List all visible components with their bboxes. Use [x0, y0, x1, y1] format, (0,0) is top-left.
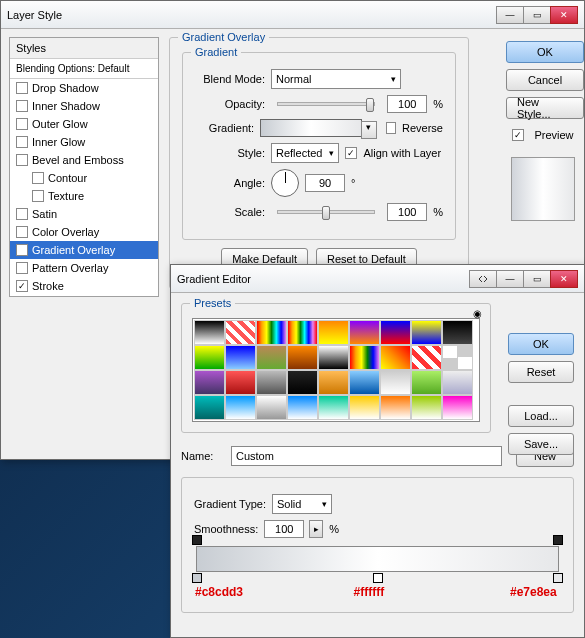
maximize-icon[interactable]: ▭ — [523, 270, 551, 288]
scale-slider[interactable] — [277, 210, 375, 214]
color-stop[interactable] — [192, 573, 202, 583]
gradtype-select[interactable]: Solid — [272, 494, 332, 514]
checkbox[interactable] — [16, 262, 28, 274]
opacity-stop-left[interactable] — [192, 535, 202, 545]
preset-swatch[interactable] — [411, 395, 442, 420]
ge-reset-button[interactable]: Reset — [508, 361, 574, 383]
preset-swatch[interactable] — [287, 320, 318, 345]
style-select[interactable]: Reflected — [271, 143, 339, 163]
checkbox[interactable]: ✓ — [16, 244, 28, 256]
checkbox[interactable] — [16, 208, 28, 220]
opacity-stop-right[interactable] — [553, 535, 563, 545]
checkbox[interactable] — [16, 118, 28, 130]
styles-item-color-overlay[interactable]: Color Overlay — [10, 223, 158, 241]
checkbox[interactable] — [16, 154, 28, 166]
smooth-menu-icon[interactable]: ▸ — [309, 520, 323, 538]
preset-swatch[interactable] — [318, 395, 349, 420]
preset-swatch[interactable] — [349, 345, 380, 370]
ge-ok-button[interactable]: OK — [508, 333, 574, 355]
ge-load-button[interactable]: Load... — [508, 405, 574, 427]
preset-swatch[interactable] — [225, 395, 256, 420]
ge-save-button[interactable]: Save... — [508, 433, 574, 455]
styles-item-stroke[interactable]: ✓Stroke — [10, 277, 158, 295]
preset-swatch[interactable] — [349, 320, 380, 345]
color-stop[interactable] — [553, 573, 563, 583]
ok-button[interactable]: OK — [506, 41, 584, 63]
preset-swatch[interactable] — [380, 395, 411, 420]
preset-swatch[interactable] — [318, 320, 349, 345]
preset-swatch[interactable] — [411, 320, 442, 345]
preset-swatch[interactable] — [256, 370, 287, 395]
preset-swatch[interactable] — [442, 320, 473, 345]
preset-swatch[interactable] — [318, 345, 349, 370]
styles-item-drop-shadow[interactable]: Drop Shadow — [10, 79, 158, 97]
styles-header[interactable]: Styles — [10, 38, 158, 59]
preset-swatch[interactable] — [349, 395, 380, 420]
styles-item-outer-glow[interactable]: Outer Glow — [10, 115, 158, 133]
reverse-checkbox[interactable] — [386, 122, 396, 134]
preset-swatch[interactable] — [194, 320, 225, 345]
preset-swatch[interactable] — [380, 320, 411, 345]
styles-item-inner-shadow[interactable]: Inner Shadow — [10, 97, 158, 115]
smooth-input[interactable]: 100 — [264, 520, 304, 538]
preset-swatch[interactable] — [380, 370, 411, 395]
preset-swatch[interactable] — [442, 395, 473, 420]
align-checkbox[interactable]: ✓ — [345, 147, 357, 159]
checkbox[interactable]: ✓ — [16, 280, 28, 292]
cancel-button[interactable]: Cancel — [506, 69, 584, 91]
preset-swatch[interactable] — [287, 395, 318, 420]
color-stop[interactable] — [373, 573, 383, 583]
styles-item-satin[interactable]: Satin — [10, 205, 158, 223]
arrows-icon[interactable] — [469, 270, 497, 288]
gradient-picker[interactable] — [260, 119, 362, 137]
preset-swatch[interactable] — [225, 320, 256, 345]
checkbox[interactable] — [16, 136, 28, 148]
checkbox[interactable] — [16, 100, 28, 112]
preset-swatch[interactable] — [287, 345, 318, 370]
styles-item-contour[interactable]: Contour — [10, 169, 158, 187]
gradient-editor-titlebar[interactable]: Gradient Editor — ▭ ✕ — [171, 265, 584, 293]
preset-swatch[interactable] — [411, 370, 442, 395]
preset-swatch[interactable] — [256, 320, 287, 345]
minimize-icon[interactable]: — — [496, 6, 524, 24]
minimize-icon[interactable]: — — [496, 270, 524, 288]
preset-swatch[interactable] — [318, 370, 349, 395]
styles-item-inner-glow[interactable]: Inner Glow — [10, 133, 158, 151]
preset-swatch[interactable] — [194, 345, 225, 370]
presets-menu-icon[interactable]: ◉ — [473, 308, 482, 319]
styles-item-pattern-overlay[interactable]: Pattern Overlay — [10, 259, 158, 277]
blend-mode-select[interactable]: Normal — [271, 69, 401, 89]
checkbox[interactable] — [32, 172, 44, 184]
name-input[interactable]: Custom — [231, 446, 502, 466]
close-icon[interactable]: ✕ — [550, 6, 578, 24]
opacity-input[interactable]: 100 — [387, 95, 427, 113]
new-style-button[interactable]: New Style... — [506, 97, 584, 119]
layer-style-titlebar[interactable]: Layer Style — ▭ ✕ — [1, 1, 584, 29]
gradient-bar[interactable]: #c8cdd3#ffffff#e7e8ea — [196, 546, 559, 572]
preview-checkbox[interactable]: ✓ — [512, 129, 524, 141]
angle-wheel[interactable] — [271, 169, 299, 197]
maximize-icon[interactable]: ▭ — [523, 6, 551, 24]
styles-item-texture[interactable]: Texture — [10, 187, 158, 205]
preset-swatch[interactable] — [287, 370, 318, 395]
preset-swatch[interactable] — [349, 370, 380, 395]
preset-swatch[interactable] — [225, 370, 256, 395]
preset-swatch[interactable] — [411, 345, 442, 370]
preset-swatch[interactable] — [442, 345, 473, 370]
checkbox[interactable] — [16, 226, 28, 238]
scale-input[interactable]: 100 — [387, 203, 427, 221]
styles-item-gradient-overlay[interactable]: ✓Gradient Overlay — [10, 241, 158, 259]
preset-swatch[interactable] — [380, 345, 411, 370]
preset-swatch[interactable] — [225, 345, 256, 370]
close-icon[interactable]: ✕ — [550, 270, 578, 288]
preset-swatch[interactable] — [256, 395, 287, 420]
preset-swatch[interactable] — [194, 370, 225, 395]
blending-options-row[interactable]: Blending Options: Default — [10, 59, 158, 79]
preset-swatch[interactable] — [256, 345, 287, 370]
styles-item-bevel-and-emboss[interactable]: Bevel and Emboss — [10, 151, 158, 169]
preset-swatch[interactable] — [442, 370, 473, 395]
preset-swatch[interactable] — [194, 395, 225, 420]
checkbox[interactable] — [32, 190, 44, 202]
checkbox[interactable] — [16, 82, 28, 94]
opacity-slider[interactable] — [277, 102, 375, 106]
